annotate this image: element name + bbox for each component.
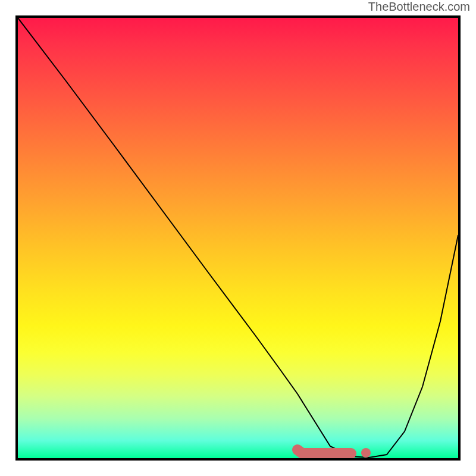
chart-svg [18,18,458,458]
plot-area [15,15,461,461]
bottleneck-curve [18,18,458,458]
chart-container: TheBottleneck.com [0,0,476,476]
optimal-point-dot [361,448,371,458]
optimal-range-marker [298,450,351,453]
watermark-text: TheBottleneck.com [368,0,470,14]
